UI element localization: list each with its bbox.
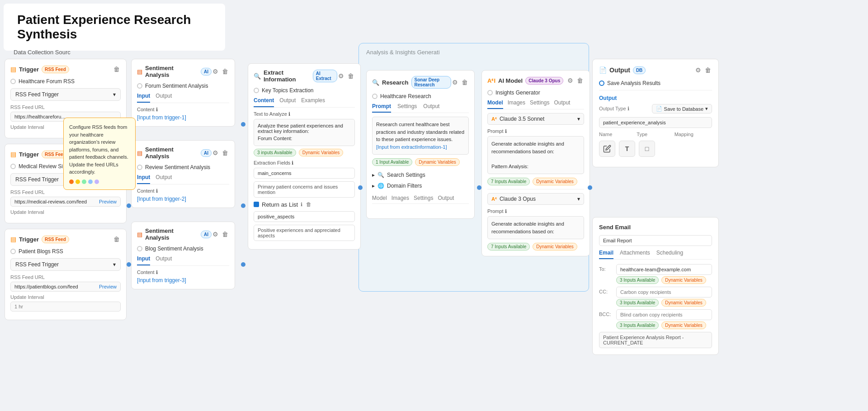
tab-input-2[interactable]: Input bbox=[137, 174, 150, 184]
email-report-input[interactable] bbox=[599, 235, 712, 246]
checkbox-return-list[interactable] bbox=[254, 202, 259, 207]
tab-email[interactable]: Email bbox=[599, 250, 613, 259]
trigger-select-1[interactable]: RSS Feed Trigger bbox=[10, 88, 121, 101]
send-email-section: Send Email Email Attachments Scheduling … bbox=[592, 217, 719, 355]
tab-model-ai[interactable]: Model bbox=[487, 99, 503, 109]
output-type-select[interactable]: 📄 Save to Database bbox=[652, 104, 712, 113]
output-edit-btn[interactable] bbox=[599, 141, 615, 157]
ai-model-delete[interactable]: 🗑 bbox=[576, 76, 584, 85]
output-action-icons: T □ bbox=[599, 141, 712, 161]
output-table-header: Name Type Mapping bbox=[599, 132, 712, 137]
tab-input-1[interactable]: Input bbox=[137, 93, 150, 103]
research-card: 🔍 Research Sonar Deep Research ⚙ 🗑 Healt… bbox=[366, 70, 475, 219]
ai-model-select-2[interactable]: Aᵋ Claude 3 Opus bbox=[487, 193, 584, 205]
ai-model-tabs: Model Images Settings Output bbox=[487, 99, 584, 109]
col-type: Type bbox=[637, 132, 674, 137]
trigger-badge-rss-1: RSS Feed bbox=[42, 66, 69, 73]
output-title-text: Output bbox=[609, 66, 630, 74]
dynamic-badge-extract: Dynamic Variables bbox=[299, 149, 344, 156]
list-info-icon: ℹ bbox=[301, 202, 302, 208]
output-section: Output Output Type ℹ 📄 Save to Database … bbox=[599, 90, 712, 137]
output-text-btn[interactable]: T bbox=[619, 141, 635, 157]
trigger-preview-2[interactable]: Preview bbox=[99, 199, 117, 204]
trigger-select-3[interactable]: RSS Feed Trigger bbox=[10, 258, 121, 271]
sentiment-settings-1[interactable]: ⚙ bbox=[212, 67, 219, 76]
inputs-badge-extract: 3 inputs Available bbox=[254, 149, 296, 156]
tab-input-3[interactable]: Input bbox=[137, 255, 150, 265]
tab-examples-extract[interactable]: Examples bbox=[301, 97, 325, 107]
sentiment-settings-2[interactable]: ⚙ bbox=[212, 148, 219, 157]
trigger-delete-3[interactable]: 🗑 bbox=[113, 235, 121, 244]
tab-images-ai[interactable]: Images bbox=[508, 99, 525, 109]
output-type-label: Output Type ℹ bbox=[599, 106, 629, 112]
output-delete-btn[interactable]: 🗑 bbox=[704, 66, 712, 75]
sentiment-title-3: Sentiment Analysis bbox=[145, 227, 198, 241]
sentiment-badge-ai-2: AI bbox=[201, 149, 212, 157]
sentiment-card-3: ▤ Sentiment Analysis AI ⚙ 🗑 Blog Sentime… bbox=[131, 222, 235, 289]
tab-settings-research[interactable]: Settings bbox=[397, 103, 417, 113]
ai-model-select[interactable]: Aᵋ Claude 3.5 Sonnet bbox=[487, 113, 584, 125]
tab-prompt-research[interactable]: Prompt bbox=[372, 103, 391, 113]
sentiment-settings-3[interactable]: ⚙ bbox=[212, 230, 219, 239]
chevron-domain-filters bbox=[372, 183, 375, 189]
trigger-delete-1[interactable]: 🗑 bbox=[113, 65, 121, 74]
tooltip-text: Configure RSS feeds from your healthcare… bbox=[69, 123, 130, 176]
sentiment-radio-2: Review Sentiment Analysis bbox=[137, 164, 229, 170]
triggers-panel: ▤ Trigger RSS Feed 🗑 Healthcare Forum RS… bbox=[5, 59, 127, 326]
tab-images-research[interactable]: Images bbox=[392, 195, 409, 203]
sentiment-delete-3[interactable]: 🗑 bbox=[221, 230, 229, 239]
email-cc-input[interactable] bbox=[616, 287, 712, 298]
send-email-title-text: Send Email bbox=[599, 224, 631, 231]
field-name-2[interactable] bbox=[254, 211, 355, 222]
ai-model-tags-row: 7 Inputs Available Dynamic Variables bbox=[487, 178, 584, 185]
ai-model-prompt-label: Prompt ℹ bbox=[487, 128, 584, 134]
extract-delete[interactable]: 🗑 bbox=[347, 71, 355, 80]
collapsible-search-settings[interactable]: 🔍 Search Settings bbox=[372, 170, 469, 180]
tab-output-ai[interactable]: Output bbox=[554, 99, 570, 109]
main-container: Patient Experience Research Synthesis Da… bbox=[0, 0, 868, 411]
field-name-1[interactable] bbox=[254, 168, 355, 179]
email-cc-dynamic: Dynamic Variables bbox=[661, 299, 706, 307]
radio-dot-2 bbox=[10, 164, 16, 169]
content-value-3: [Input from trigger-3] bbox=[137, 277, 229, 283]
research-settings-btn[interactable]: ⚙ bbox=[451, 78, 459, 87]
email-to-label: To: bbox=[599, 264, 613, 272]
output-settings-btn[interactable]: ⚙ bbox=[694, 66, 702, 75]
email-bcc-dynamic: Dynamic Variables bbox=[661, 321, 706, 329]
tab-settings-research2[interactable]: Settings bbox=[414, 195, 433, 203]
ai-model-settings[interactable]: ⚙ bbox=[566, 76, 574, 85]
collapsible-domain-filters[interactable]: 🌐 Domain Filters bbox=[372, 180, 469, 191]
tab-output-extract[interactable]: Output bbox=[279, 97, 296, 107]
tab-scheduling[interactable]: Scheduling bbox=[656, 250, 683, 259]
sentiment-delete-2[interactable]: 🗑 bbox=[221, 148, 229, 157]
research-delete[interactable]: 🗑 bbox=[461, 78, 469, 87]
tab-output-research[interactable]: Output bbox=[423, 103, 439, 113]
trigger-preview-3[interactable]: Preview bbox=[99, 284, 117, 289]
output-square-btn[interactable]: □ bbox=[639, 141, 655, 157]
tab-content-extract[interactable]: Content bbox=[254, 97, 274, 107]
research-badge: Sonar Deep Research bbox=[411, 76, 451, 89]
content-label-2: Content ℹ bbox=[137, 188, 229, 194]
domain-icon: 🌐 bbox=[377, 183, 384, 189]
ai-icon: AᵋI bbox=[487, 77, 495, 84]
email-bcc-input[interactable] bbox=[616, 309, 712, 320]
list-delete-btn[interactable]: 🗑 bbox=[305, 200, 312, 208]
email-to-input[interactable] bbox=[616, 264, 712, 275]
tab-output-2[interactable]: Output bbox=[156, 174, 172, 184]
tab-settings-ai[interactable]: Settings bbox=[530, 99, 549, 109]
text-analyze-label: Text to Analyze ℹ bbox=[254, 111, 355, 117]
tab-output-1[interactable]: Output bbox=[156, 93, 172, 103]
sentiment-delete-1[interactable]: 🗑 bbox=[221, 67, 229, 76]
tab-attachments[interactable]: Attachments bbox=[620, 250, 650, 259]
extract-settings[interactable]: ⚙ bbox=[337, 71, 345, 80]
tab-model-research[interactable]: Model bbox=[372, 195, 387, 203]
search-icon-settings: 🔍 bbox=[377, 172, 384, 178]
sentiment-title-1: Sentiment Analysis bbox=[145, 65, 198, 78]
db-field-input[interactable] bbox=[599, 117, 712, 128]
ai-model-tags-row-2: 7 Inputs Available Dynamic Variables bbox=[487, 243, 584, 250]
tab-output-3[interactable]: Output bbox=[156, 255, 172, 265]
sentiment-radio-label-2: Review Sentiment Analysis bbox=[145, 164, 210, 170]
tab-output-research2[interactable]: Output bbox=[438, 195, 454, 203]
email-bcc-content: 3 Inputs Available Dynamic Variables bbox=[616, 309, 712, 329]
email-to-inputs: 3 Inputs Available bbox=[616, 276, 659, 284]
